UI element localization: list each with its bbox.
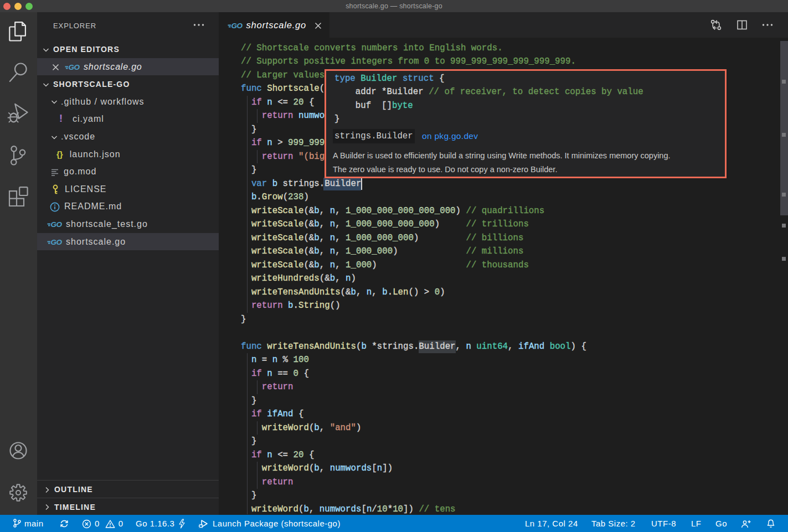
svg-text:GO: GO — [69, 63, 80, 71]
svg-text:GO: GO — [231, 22, 243, 30]
svg-text:GO: GO — [51, 220, 63, 229]
svg-text:GO: GO — [51, 238, 63, 246]
